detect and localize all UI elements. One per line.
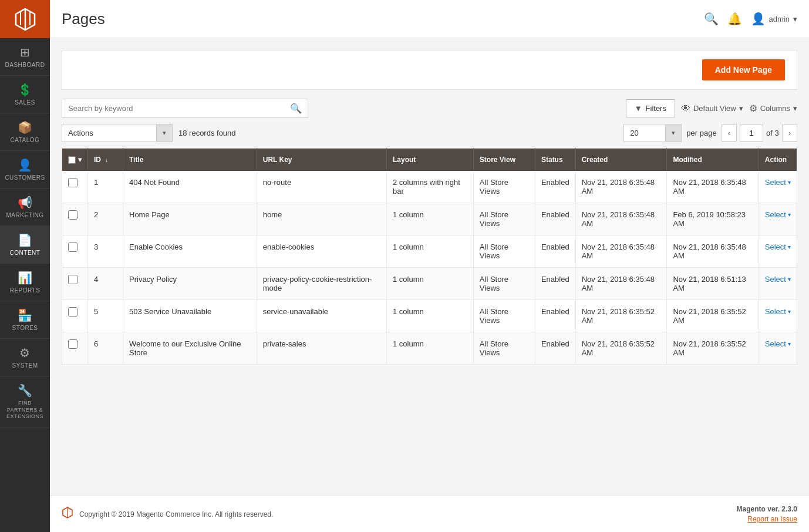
row-id: 2 <box>88 203 123 235</box>
sidebar-item-dashboard[interactable]: ⊞ DASHBOARD <box>0 38 50 76</box>
row-id: 4 <box>88 268 123 300</box>
row-status: Enabled <box>535 235 575 268</box>
select-dropdown-arrow: ▾ <box>788 211 791 218</box>
row-checkbox[interactable] <box>68 307 77 316</box>
sidebar-item-stores[interactable]: 🏪 STORES <box>0 301 50 339</box>
row-checkbox[interactable] <box>68 339 77 349</box>
row-select-link[interactable]: Select ▾ <box>765 275 791 284</box>
row-id: 1 <box>88 171 123 203</box>
table-row: 6 Welcome to our Exclusive Online Store … <box>62 332 797 365</box>
page-content: Add New Page 🔍 ▼ Filters 👁 Default View … <box>50 38 809 496</box>
row-action: Select ▾ <box>759 171 797 203</box>
sidebar-item-sales[interactable]: 💲 SALES <box>0 76 50 113</box>
row-store-view: All Store Views <box>473 235 535 268</box>
th-url-key[interactable]: URL Key <box>257 149 386 171</box>
row-modified: Feb 6, 2019 10:58:23 AM <box>667 203 759 235</box>
actions-dropdown-arrow: ▾ <box>156 124 172 142</box>
next-page-button[interactable]: › <box>782 124 797 142</box>
actions-right: 20 30 50 100 200 ▾ per page ‹ of 3 › <box>623 124 797 142</box>
row-checkbox[interactable] <box>68 210 77 220</box>
table-row: 4 Privacy Policy privacy-policy-cookie-r… <box>62 268 797 300</box>
row-checkbox[interactable] <box>68 178 77 187</box>
th-created[interactable]: Created <box>575 149 667 171</box>
sidebar-item-label: SYSTEM <box>12 362 38 369</box>
row-modified: Nov 21, 2018 6:35:52 AM <box>667 332 759 365</box>
sidebar-item-customers[interactable]: 👤 CUSTOMERS <box>0 151 50 188</box>
prev-page-button[interactable]: ‹ <box>722 124 737 142</box>
customers-icon: 👤 <box>18 158 33 172</box>
sidebar-item-catalog[interactable]: 📦 CATALOG <box>0 113 50 151</box>
row-modified: Nov 21, 2018 6:51:13 AM <box>667 268 759 300</box>
marketing-icon: 📢 <box>18 196 33 210</box>
columns-button[interactable]: ⚙ Columns ▾ <box>749 103 797 114</box>
row-action: Select ▾ <box>759 268 797 300</box>
th-id[interactable]: ID ↓ <box>88 149 123 171</box>
filters-button[interactable]: ▼ Filters <box>626 99 675 117</box>
actions-select[interactable]: Actions Delete Disable Enable <box>62 124 156 142</box>
th-layout[interactable]: Layout <box>387 149 474 171</box>
search-input[interactable] <box>68 104 290 113</box>
row-checkbox[interactable] <box>68 275 77 284</box>
notification-icon[interactable]: 🔔 <box>727 12 742 26</box>
row-select-link[interactable]: Select ▾ <box>765 307 791 316</box>
th-modified[interactable]: Modified <box>667 149 759 171</box>
sidebar-item-partners[interactable]: 🔧 FIND PARTNERS & EXTENSIONS <box>0 376 50 428</box>
row-select-link[interactable]: Select ▾ <box>765 178 791 187</box>
filter-right: ▼ Filters 👁 Default View ▾ ⚙ Columns ▾ <box>626 99 797 117</box>
row-url-key: no-route <box>257 171 386 203</box>
sidebar: ⊞ DASHBOARD 💲 SALES 📦 CATALOG 👤 CUSTOMER… <box>0 0 50 532</box>
total-pages-label: of 3 <box>766 129 779 137</box>
sidebar-item-reports[interactable]: 📊 REPORTS <box>0 264 50 301</box>
footer-version: Magento ver. 2.3.0 <box>737 505 797 513</box>
sidebar-item-label: CUSTOMERS <box>5 174 45 181</box>
per-page-selector: 20 30 50 100 200 ▾ <box>623 124 682 142</box>
row-select-link[interactable]: Select ▾ <box>765 243 791 251</box>
row-checkbox[interactable] <box>68 243 77 252</box>
row-select-link[interactable]: Select ▾ <box>765 210 791 219</box>
current-page-input[interactable] <box>746 129 757 137</box>
row-created: Nov 21, 2018 6:35:48 AM <box>575 171 667 203</box>
filter-bar: 🔍 ▼ Filters 👁 Default View ▾ ⚙ Columns ▾ <box>62 99 797 118</box>
row-modified: Nov 21, 2018 6:35:52 AM <box>667 300 759 332</box>
row-created: Nov 21, 2018 6:35:48 AM <box>575 203 667 235</box>
row-title: 503 Service Unavailable <box>123 300 257 332</box>
view-selector[interactable]: 👁 Default View ▾ <box>681 103 743 114</box>
view-label: Default View <box>693 104 736 113</box>
th-status[interactable]: Status <box>535 149 575 171</box>
pages-table: ▾ ID ↓ Title URL Key Layout Store View S… <box>62 148 797 365</box>
columns-label: Columns <box>760 104 790 113</box>
select-all-checkbox[interactable] <box>68 156 76 164</box>
row-layout: 1 column <box>387 332 474 365</box>
sidebar-item-system[interactable]: ⚙ SYSTEM <box>0 339 50 376</box>
search-icon[interactable]: 🔍 <box>704 12 719 26</box>
row-store-view: All Store Views <box>473 171 535 203</box>
th-store-view[interactable]: Store View <box>473 149 535 171</box>
header-checkbox-arrow[interactable]: ▾ <box>78 156 82 164</box>
content-icon: 📄 <box>18 233 33 247</box>
actions-dropdown-wrapper: Actions Delete Disable Enable ▾ <box>62 124 173 142</box>
row-layout: 1 column <box>387 203 474 235</box>
add-new-page-button[interactable]: Add New Page <box>702 59 785 80</box>
per-page-select[interactable]: 20 30 50 100 200 <box>624 124 665 142</box>
select-dropdown-arrow: ▾ <box>788 276 791 282</box>
top-action-bar: Add New Page <box>62 50 797 90</box>
row-store-view: All Store Views <box>473 300 535 332</box>
row-select-link[interactable]: Select ▾ <box>765 339 791 348</box>
table-row: 5 503 Service Unavailable service-unavai… <box>62 300 797 332</box>
report-issue-link[interactable]: Report an Issue <box>747 515 797 523</box>
user-menu[interactable]: 👤 admin ▾ <box>751 12 797 26</box>
search-box: 🔍 <box>62 99 308 118</box>
sidebar-item-label: FIND PARTNERS & EXTENSIONS <box>3 400 47 420</box>
stores-icon: 🏪 <box>18 308 33 322</box>
th-id-label: ID <box>94 156 101 164</box>
row-action: Select ▾ <box>759 235 797 268</box>
sidebar-item-content[interactable]: 📄 CONTENT <box>0 226 50 264</box>
sidebar-item-label: STORES <box>12 325 38 331</box>
th-title[interactable]: Title <box>123 149 257 171</box>
username-label: admin <box>769 15 790 23</box>
search-submit-icon[interactable]: 🔍 <box>290 103 302 114</box>
row-status: Enabled <box>535 268 575 300</box>
row-store-view: All Store Views <box>473 332 535 365</box>
row-checkbox-cell <box>62 235 88 268</box>
sidebar-item-marketing[interactable]: 📢 MARKETING <box>0 188 50 226</box>
